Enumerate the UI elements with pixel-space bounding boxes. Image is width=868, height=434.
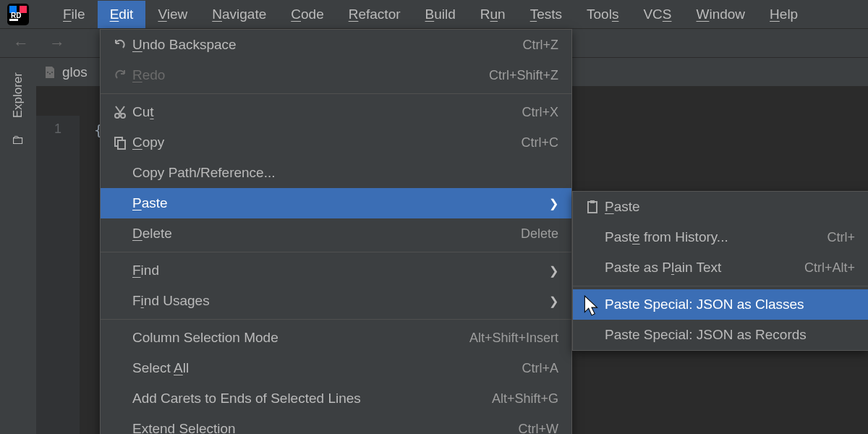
menubar: RD FileEditViewNavigateCodeRefactorBuild… bbox=[0, 0, 868, 29]
edit-menu-separator bbox=[101, 93, 571, 94]
chevron-right-icon: ❯ bbox=[549, 264, 558, 278]
menu-label: Find bbox=[132, 263, 549, 278]
menubar-view[interactable]: View bbox=[145, 1, 200, 28]
menu-shortcut: Alt+Shift+G bbox=[492, 391, 558, 407]
sidebar: Explorer 🗀 bbox=[0, 58, 36, 434]
menu-label: Paste Special: JSON as Records bbox=[605, 327, 855, 343]
tab-filename: glos bbox=[62, 64, 88, 80]
menu-shortcut: Ctrl+W bbox=[519, 422, 559, 435]
svg-rect-13 bbox=[590, 200, 595, 203]
menu-label: Cut bbox=[132, 104, 522, 120]
explorer-label[interactable]: Explorer bbox=[11, 72, 25, 118]
edit-menu-undo-backspace[interactable]: Undo BackspaceCtrl+Z bbox=[101, 30, 571, 60]
menubar-window[interactable]: Window bbox=[684, 1, 758, 28]
menubar-run[interactable]: Run bbox=[468, 1, 518, 28]
menu-label: Paste from History... bbox=[605, 229, 827, 245]
menu-label: Paste as Plain Text bbox=[605, 260, 804, 276]
edit-menu-delete[interactable]: DeleteDelete bbox=[101, 218, 571, 249]
chevron-right-icon: ❯ bbox=[549, 294, 558, 308]
menu-shortcut: Alt+Shift+Insert bbox=[469, 331, 558, 346]
menu-label: Add Carets to Ends of Selected Lines bbox=[132, 391, 492, 407]
menubar-vcs[interactable]: VCS bbox=[631, 1, 684, 28]
menu-shortcut: Ctrl+Z bbox=[523, 38, 559, 53]
menu-shortcut: Ctrl+Shift+Z bbox=[489, 68, 558, 83]
back-arrow-icon[interactable]: ← bbox=[13, 34, 29, 53]
paste-menu-separator bbox=[573, 286, 868, 286]
json-file-icon bbox=[43, 66, 56, 79]
gutter: 1 bbox=[36, 116, 80, 434]
edit-menu-find-usages[interactable]: Find Usages❯ bbox=[101, 286, 571, 316]
menu-label: Paste bbox=[605, 199, 855, 215]
paste-menu-paste-from-history[interactable]: Paste from History...Ctrl+ bbox=[573, 222, 868, 252]
menu-label: Paste bbox=[132, 195, 549, 211]
svg-point-7 bbox=[51, 72, 53, 73]
menubar-file[interactable]: File bbox=[51, 1, 98, 28]
edit-menu-cut[interactable]: CutCtrl+X bbox=[101, 97, 571, 127]
svg-rect-12 bbox=[588, 202, 597, 213]
paste-menu-paste-special-json-as-classes[interactable]: Paste Special: JSON as Classes bbox=[573, 289, 868, 320]
menu-label: Find Usages bbox=[132, 293, 549, 309]
redo-icon bbox=[108, 68, 132, 82]
menu-label: Delete bbox=[132, 226, 521, 242]
edit-menu-add-carets-to-ends-of-selected-lines[interactable]: Add Carets to Ends of Selected LinesAlt+… bbox=[101, 383, 571, 414]
edit-menu-paste[interactable]: Paste❯ bbox=[101, 188, 571, 218]
paste-submenu: PastePaste from History...Ctrl+Paste as … bbox=[572, 191, 868, 351]
edit-menu-extend-selection[interactable]: Extend SelectionCtrl+W bbox=[101, 414, 571, 434]
menu-shortcut: Ctrl+C bbox=[521, 135, 558, 150]
menubar-help[interactable]: Help bbox=[757, 1, 810, 28]
paste-menu-paste-special-json-as-records[interactable]: Paste Special: JSON as Records bbox=[573, 320, 868, 350]
menu-label: Redo bbox=[132, 67, 489, 83]
menu-shortcut: Ctrl+X bbox=[522, 105, 558, 120]
paste-icon bbox=[580, 200, 605, 214]
folder-icon[interactable]: 🗀 bbox=[12, 132, 25, 148]
edit-menu-find[interactable]: Find❯ bbox=[101, 255, 571, 286]
app-icon: RD bbox=[7, 4, 29, 25]
menubar-tests[interactable]: Tests bbox=[518, 1, 574, 28]
edit-menu-separator bbox=[101, 319, 571, 320]
menubar-code[interactable]: Code bbox=[278, 1, 336, 28]
paste-menu-paste-as-plain-text[interactable]: Paste as Plain TextCtrl+Alt+ bbox=[573, 252, 868, 283]
editor-tab[interactable]: glos bbox=[36, 60, 95, 85]
edit-dropdown-menu: Undo BackspaceCtrl+ZRedoCtrl+Shift+ZCutC… bbox=[100, 29, 572, 434]
paste-menu-paste[interactable]: Paste bbox=[573, 192, 868, 222]
menu-label: Select All bbox=[132, 360, 522, 376]
menu-label: Paste Special: JSON as Classes bbox=[605, 297, 855, 312]
edit-menu-select-all[interactable]: Select AllCtrl+A bbox=[101, 353, 571, 383]
menu-shortcut: Ctrl+Alt+ bbox=[804, 260, 855, 276]
svg-rect-11 bbox=[118, 140, 125, 149]
svg-text:RD: RD bbox=[11, 12, 21, 20]
menubar-edit[interactable]: Edit bbox=[98, 1, 146, 28]
menu-shortcut: Ctrl+A bbox=[522, 361, 558, 376]
edit-menu-copy[interactable]: CopyCtrl+C bbox=[101, 127, 571, 158]
menu-shortcut: Ctrl+ bbox=[827, 230, 855, 245]
menubar-build[interactable]: Build bbox=[413, 1, 468, 28]
menu-label: Extend Selection bbox=[132, 421, 519, 434]
menubar-navigate[interactable]: Navigate bbox=[200, 1, 278, 28]
edit-menu-separator bbox=[101, 252, 571, 252]
line-number: 1 bbox=[54, 122, 61, 136]
edit-menu-column-selection-mode[interactable]: Column Selection ModeAlt+Shift+Insert bbox=[101, 323, 571, 353]
forward-arrow-icon[interactable]: → bbox=[49, 34, 65, 53]
svg-point-6 bbox=[49, 73, 51, 75]
menu-label: Copy Path/Reference... bbox=[132, 165, 558, 181]
cut-icon bbox=[108, 105, 132, 119]
copy-icon bbox=[108, 135, 132, 150]
menubar-tools[interactable]: Tools bbox=[574, 1, 631, 28]
svg-point-5 bbox=[47, 72, 48, 73]
menu-label: Undo Backspace bbox=[132, 37, 523, 53]
chevron-right-icon: ❯ bbox=[549, 197, 558, 210]
undo-icon bbox=[108, 38, 132, 52]
edit-menu-redo: RedoCtrl+Shift+Z bbox=[101, 60, 571, 90]
menu-label: Column Selection Mode bbox=[132, 330, 469, 346]
edit-menu-copy-path-reference[interactable]: Copy Path/Reference... bbox=[101, 158, 571, 188]
menu-label: Copy bbox=[132, 135, 521, 150]
menu-shortcut: Delete bbox=[521, 226, 558, 242]
menubar-refactor[interactable]: Refactor bbox=[336, 1, 413, 28]
